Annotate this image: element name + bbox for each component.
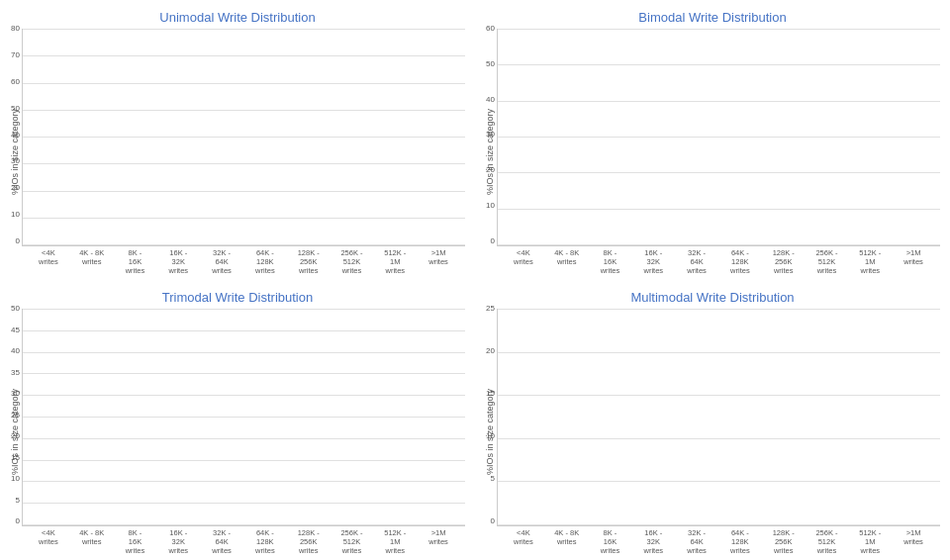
chart-title-trimodal: Trimodal Write Distribution bbox=[162, 290, 313, 305]
x-label: 32K - 64K writes bbox=[200, 528, 243, 555]
bars-row-unimodal bbox=[23, 29, 465, 245]
chart-title-bimodal: Bimodal Write Distribution bbox=[638, 10, 786, 25]
x-label: 64K - 128K writes bbox=[243, 248, 287, 275]
x-label: 8K - 16K writes bbox=[589, 248, 632, 275]
chart-title-unimodal: Unimodal Write Distribution bbox=[159, 10, 315, 25]
x-label: 512K - 1M writes bbox=[848, 528, 892, 555]
x-label: 256K - 512K writes bbox=[331, 528, 374, 555]
bars-row-bimodal bbox=[498, 29, 940, 245]
chart-area-multimodal: %IOs in size category2520151050<4K write… bbox=[485, 309, 940, 555]
y-axis-label-unimodal: %IOs in size category bbox=[10, 29, 20, 275]
x-label: 4K - 8K writes bbox=[545, 528, 589, 555]
y-axis-label-bimodal: %IOs in size category bbox=[485, 29, 495, 275]
charts-grid: Unimodal Write Distribution%IOs in size … bbox=[0, 0, 950, 560]
x-label: 16K - 32K writes bbox=[156, 528, 200, 555]
chart-trimodal: Trimodal Write Distribution%IOs in size … bbox=[0, 280, 475, 560]
chart-unimodal: Unimodal Write Distribution%IOs in size … bbox=[0, 0, 475, 280]
x-label: 128K - 256K writes bbox=[762, 248, 806, 275]
chart-multimodal: Multimodal Write Distribution%IOs in siz… bbox=[475, 280, 950, 560]
x-label: 256K - 512K writes bbox=[806, 528, 849, 555]
x-label: 16K - 32K writes bbox=[631, 528, 675, 555]
x-label: 16K - 32K writes bbox=[631, 248, 675, 275]
x-label: 32K - 64K writes bbox=[200, 248, 243, 275]
x-label: >1M writes bbox=[417, 248, 460, 275]
plot-area-bimodal: 6050403020100 bbox=[497, 29, 940, 246]
x-label: 128K - 256K writes bbox=[287, 528, 331, 555]
bars-row-multimodal bbox=[498, 309, 940, 525]
x-label: 4K - 8K writes bbox=[70, 528, 114, 555]
x-label: 32K - 64K writes bbox=[675, 528, 718, 555]
x-label: >1M writes bbox=[892, 528, 935, 555]
x-label: 256K - 512K writes bbox=[331, 248, 374, 275]
bars-row-trimodal bbox=[23, 309, 465, 525]
x-labels-trimodal: <4K writes4K - 8K writes8K - 16K writes1… bbox=[22, 526, 465, 555]
x-label: <4K writes bbox=[502, 248, 545, 275]
x-label: 512K - 1M writes bbox=[848, 248, 892, 275]
x-label: 512K - 1M writes bbox=[373, 528, 417, 555]
x-label: 8K - 16K writes bbox=[114, 248, 157, 275]
x-label: 8K - 16K writes bbox=[589, 528, 632, 555]
x-label: 4K - 8K writes bbox=[70, 248, 114, 275]
chart-title-multimodal: Multimodal Write Distribution bbox=[630, 290, 794, 305]
chart-area-trimodal: %IOs in size category5045403530252015105… bbox=[10, 309, 465, 555]
chart-inner-trimodal: 50454035302520151050<4K writes4K - 8K wr… bbox=[22, 309, 465, 555]
x-label: 4K - 8K writes bbox=[545, 248, 589, 275]
x-label: >1M writes bbox=[417, 528, 460, 555]
y-axis-label-trimodal: %IOs in size category bbox=[10, 309, 20, 555]
chart-inner-multimodal: 2520151050<4K writes4K - 8K writes8K - 1… bbox=[497, 309, 940, 555]
x-label: 32K - 64K writes bbox=[675, 248, 718, 275]
x-label: <4K writes bbox=[27, 528, 70, 555]
x-label: 512K - 1M writes bbox=[373, 248, 417, 275]
x-label: <4K writes bbox=[27, 248, 70, 275]
x-label: 128K - 256K writes bbox=[287, 248, 331, 275]
x-labels-bimodal: <4K writes4K - 8K writes8K - 16K writes1… bbox=[497, 246, 940, 275]
y-axis-label-multimodal: %IOs in size category bbox=[485, 309, 495, 555]
x-labels-multimodal: <4K writes4K - 8K writes8K - 16K writes1… bbox=[497, 526, 940, 555]
chart-inner-unimodal: 80706050403020100<4K writes4K - 8K write… bbox=[22, 29, 465, 275]
chart-bimodal: Bimodal Write Distribution%IOs in size c… bbox=[475, 0, 950, 280]
plot-area-trimodal: 50454035302520151050 bbox=[22, 309, 465, 526]
x-labels-unimodal: <4K writes4K - 8K writes8K - 16K writes1… bbox=[22, 246, 465, 275]
x-label: 16K - 32K writes bbox=[156, 248, 200, 275]
x-label: 256K - 512K writes bbox=[806, 248, 849, 275]
x-label: 64K - 128K writes bbox=[718, 248, 762, 275]
chart-inner-bimodal: 6050403020100<4K writes4K - 8K writes8K … bbox=[497, 29, 940, 275]
plot-area-multimodal: 2520151050 bbox=[497, 309, 940, 526]
x-label: 64K - 128K writes bbox=[718, 528, 762, 555]
x-label: 128K - 256K writes bbox=[762, 528, 806, 555]
chart-area-bimodal: %IOs in size category6050403020100<4K wr… bbox=[485, 29, 940, 275]
x-label: 8K - 16K writes bbox=[114, 528, 157, 555]
x-label: <4K writes bbox=[502, 528, 545, 555]
chart-area-unimodal: %IOs in size category80706050403020100<4… bbox=[10, 29, 465, 275]
x-label: 64K - 128K writes bbox=[243, 528, 287, 555]
plot-area-unimodal: 80706050403020100 bbox=[22, 29, 465, 246]
x-label: >1M writes bbox=[892, 248, 935, 275]
